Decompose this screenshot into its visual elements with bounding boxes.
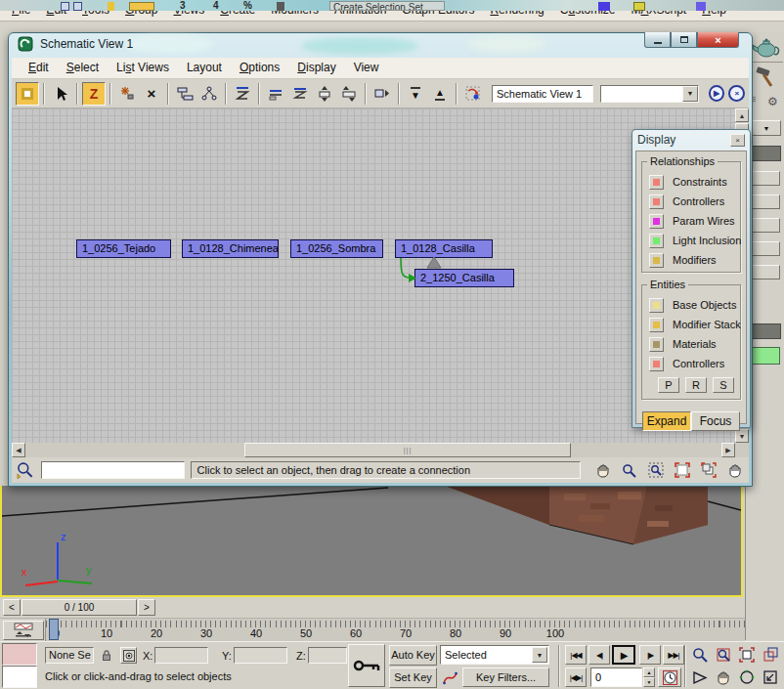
create-selection-set-combo[interactable]: Create Selection Set	[329, 1, 445, 11]
color-swatch-button[interactable]	[649, 357, 664, 371]
zoom-extents-button[interactable]	[735, 645, 758, 665]
pan-view-button[interactable]	[712, 667, 734, 687]
prs-button[interactable]: S	[713, 377, 734, 393]
delete-bookmark-button[interactable]: ×	[728, 85, 745, 102]
minimize-button[interactable]	[644, 32, 671, 48]
color-swatch-button[interactable]	[649, 175, 664, 190]
key-mode-combo[interactable]: Selected ▼	[440, 645, 549, 665]
scroll-up-button[interactable]: ▲	[735, 108, 749, 122]
next-frame-button[interactable]: |▶	[639, 645, 661, 665]
snap-toolbar-glyph[interactable]: 3	[180, 0, 186, 11]
set-keys-button[interactable]	[348, 644, 385, 687]
spinner-down-icon[interactable]: ▼	[643, 677, 655, 687]
schematic-node[interactable]: 1_0128_Chimenea	[182, 239, 279, 258]
focus-button[interactable]: Focus	[691, 411, 740, 431]
color-swatch-button[interactable]	[649, 253, 664, 268]
zoom-extents-button[interactable]	[672, 460, 692, 481]
horizontal-scrollbar[interactable]: ◀ ||| ▶	[12, 443, 735, 457]
maximize-button[interactable]	[671, 32, 697, 48]
floater-close-button[interactable]: ×	[730, 134, 745, 147]
prs-button[interactable]: R	[685, 377, 707, 393]
spinner-up-icon[interactable]: ▲	[643, 667, 655, 677]
schematic-menu-item[interactable]: Select	[58, 58, 108, 78]
field-of-view-button[interactable]	[688, 667, 711, 687]
unlink-selected-button[interactable]	[115, 82, 139, 106]
schematic-node[interactable]: 1_0256_Tejado	[76, 239, 171, 258]
zoom-button[interactable]	[619, 460, 639, 481]
rollout-button[interactable]	[751, 218, 780, 233]
next-frame-slider-button[interactable]: >	[138, 599, 155, 616]
schematic-node[interactable]: 1_0256_Sombra	[290, 239, 383, 258]
expand-selected-button[interactable]: ▼	[404, 82, 427, 106]
color-swatch-button[interactable]	[649, 214, 664, 229]
maxscript-mini-listener-macro[interactable]	[2, 643, 37, 666]
schematic-menu-item[interactable]: List Views	[108, 58, 178, 78]
z-coord-field[interactable]	[308, 647, 347, 664]
zoom-extents-selected-button[interactable]	[698, 460, 719, 481]
default-in-out-tangents-button[interactable]	[440, 667, 459, 687]
snap-toolbar-glyph[interactable]: %	[243, 0, 252, 11]
color-swatch-button[interactable]	[649, 194, 664, 209]
utilities-hammer-icon[interactable]	[755, 65, 776, 89]
reference-mode-button[interactable]	[197, 82, 221, 106]
zoom-region-button[interactable]	[645, 460, 666, 481]
rollout-button[interactable]	[751, 194, 780, 209]
zoom-extents-all-button[interactable]	[759, 645, 781, 665]
current-frame-marker[interactable]	[49, 619, 59, 640]
schematic-node[interactable]: 2_1250_Casilla	[414, 269, 514, 287]
next-bookmark-button[interactable]: ▶	[709, 85, 725, 102]
rollout-button[interactable]	[751, 171, 780, 186]
hierarchy-mode-button[interactable]	[173, 82, 196, 106]
close-button[interactable]: ×	[697, 32, 739, 48]
bookmark-combo[interactable]: ▼	[600, 85, 698, 103]
preferences-button[interactable]	[461, 82, 485, 106]
current-frame-field[interactable]	[590, 667, 642, 687]
expand-button[interactable]: Expand	[642, 411, 691, 431]
schematic-node[interactable]: 1_0128_Casilla	[395, 239, 493, 258]
schematic-menu-item[interactable]: Layout	[178, 58, 231, 78]
move-children-button[interactable]	[370, 82, 394, 106]
arrange-selected-button[interactable]	[288, 82, 312, 106]
schematic-menu-item[interactable]: Display	[288, 58, 344, 78]
previous-frame-button[interactable]: ◀|	[588, 645, 610, 665]
color-swatch-button[interactable]	[751, 347, 780, 365]
key-filters-button[interactable]: Key Filters...	[462, 667, 549, 687]
pan-to-selected-button[interactable]	[724, 460, 745, 481]
display-floater-toggle-button[interactable]	[16, 82, 39, 106]
maxscript-mini-listener[interactable]	[2, 666, 37, 688]
frame-spinner[interactable]: ▲ ▼	[643, 667, 655, 687]
teapot-icon[interactable]	[752, 36, 781, 60]
always-arrange-button[interactable]	[231, 82, 254, 106]
time-slider[interactable]: 0 / 100	[22, 599, 137, 616]
snap-toolbar-glyph[interactable]: 4	[213, 0, 219, 11]
schematic-canvas[interactable]: 1_0256_Tejado 1_0128_Chimenea 1_0256_Som…	[12, 108, 735, 443]
collapse-selected-button[interactable]: ▲	[428, 82, 452, 106]
prs-button[interactable]: P	[658, 377, 679, 393]
parent-arrow-icon[interactable]	[427, 257, 441, 268]
arrange-children-button[interactable]	[264, 82, 287, 106]
free-all-button[interactable]	[337, 82, 361, 106]
maximize-viewport-toggle[interactable]	[759, 667, 781, 687]
color-swatch-button[interactable]	[649, 234, 664, 248]
rollout-dropdown-button[interactable]: ▼	[752, 120, 781, 136]
schematic-search-input[interactable]	[41, 461, 185, 479]
configure-gear-icon[interactable]: ⚙	[767, 95, 778, 108]
y-coord-field[interactable]	[234, 647, 287, 664]
chevron-down-icon[interactable]: ▼	[682, 86, 698, 102]
delete-objects-button[interactable]: ×	[140, 82, 163, 106]
rollout-button[interactable]	[751, 265, 780, 280]
view-name-field[interactable]: Schematic View 1	[492, 85, 593, 103]
floater-titlebar[interactable]: Display ×	[632, 130, 750, 150]
perspective-viewport[interactable]: z x y	[0, 486, 743, 597]
key-mode-toggle-button[interactable]: |◀▶|	[565, 667, 587, 687]
set-key-button[interactable]: Set Key	[389, 667, 437, 688]
arc-rotate-button[interactable]	[735, 667, 758, 687]
play-button[interactable]: ▶	[612, 645, 635, 665]
zoom-all-button[interactable]	[712, 645, 734, 665]
scroll-down-button[interactable]: ▼	[735, 429, 749, 443]
zoom-viewport-button[interactable]	[688, 645, 711, 665]
rollout-button[interactable]	[751, 241, 780, 256]
open-mini-curve-editor-button[interactable]	[3, 621, 44, 640]
scroll-right-button[interactable]: ▶	[721, 443, 735, 457]
go-to-end-button[interactable]: ▶▶|	[663, 645, 684, 665]
